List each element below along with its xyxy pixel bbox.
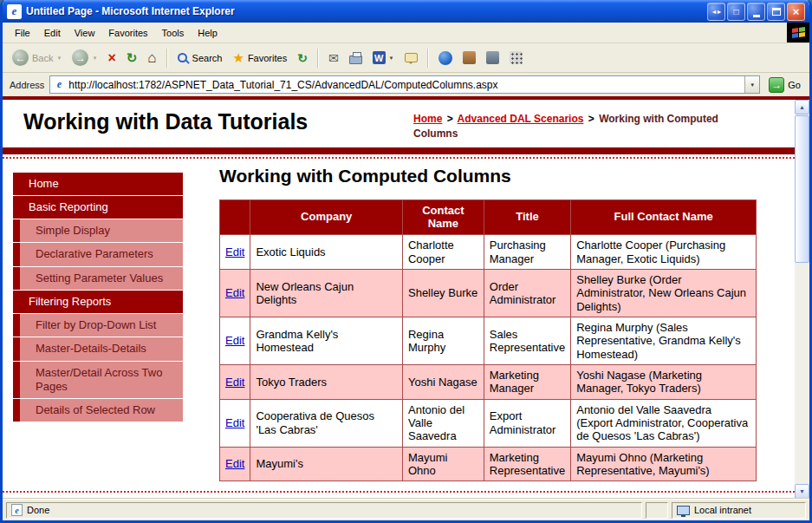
- menu-view[interactable]: View: [68, 23, 102, 42]
- plugin-icon-1: [463, 51, 476, 64]
- breadcrumb-section-link[interactable]: Advanced DAL Scenarios: [458, 113, 584, 125]
- breadcrumb-home-link[interactable]: Home: [413, 113, 442, 125]
- chevron-down-icon: ▼: [750, 82, 755, 88]
- search-label: Search: [192, 53, 223, 63]
- sidebar-item-details-of-selected-row[interactable]: Details of Selected Row: [13, 399, 183, 422]
- messenger-button[interactable]: [434, 49, 457, 68]
- home-button[interactable]: ⌂: [143, 48, 160, 68]
- address-bar: Address e http://localhost:1782/ASPNET_D…: [3, 73, 809, 96]
- cell-title: Export Administrator: [484, 399, 570, 447]
- grid-header-full-contact-name: Full Contact Name: [571, 199, 757, 235]
- cell-contact-name: Regina Murphy: [402, 317, 484, 365]
- cell-company: New Orleans Cajun Delights: [250, 270, 403, 317]
- plugin-icon-3: [510, 51, 523, 64]
- edit-page-button[interactable]: W ▼: [368, 49, 399, 67]
- cell-title: Purchasing Manager: [484, 235, 570, 270]
- sidebar-item-filter-by-drop-down-list[interactable]: Filter by Drop-Down List: [13, 314, 183, 337]
- site-header: Working with Data Tutorials Home > Advan…: [3, 100, 795, 147]
- go-arrow-icon: →: [769, 77, 784, 93]
- sidebar-item-master-detail-across-two-pages[interactable]: Master/Detail Across Two Pages: [13, 362, 183, 399]
- sidebar-item-setting-parameter-values[interactable]: Setting Parameter Values: [13, 267, 183, 290]
- address-input[interactable]: e http://localhost:1782/ASPNET_Data_Tuto…: [49, 75, 760, 94]
- back-button[interactable]: ← Back ▼: [8, 47, 66, 69]
- scroll-down-button[interactable]: ▼: [795, 484, 809, 499]
- cell-title: Marketing Representative: [484, 447, 570, 481]
- sidebar-item-basic-reporting[interactable]: Basic Reporting: [13, 196, 183, 219]
- page-favicon-icon: e: [53, 79, 65, 91]
- edit-link[interactable]: Edit: [225, 286, 244, 299]
- main-content: Working with Computed Columns Company Co…: [219, 159, 783, 482]
- windows-logo-throbber: [787, 23, 809, 42]
- cell-company: Grandma Kelly's Homestead: [250, 317, 403, 365]
- mail-button[interactable]: ✉: [324, 49, 343, 67]
- sidebar-item-master-details-details[interactable]: Master-Details-Details: [13, 337, 183, 360]
- breadcrumb: Home > Advanced DAL Scenarios > Working …: [413, 109, 760, 141]
- grid-header-title: Title: [484, 199, 570, 235]
- breadcrumb-separator: >: [588, 113, 594, 125]
- plugin-button-2[interactable]: [482, 49, 503, 67]
- address-label: Address: [10, 80, 44, 90]
- edit-link[interactable]: Edit: [225, 457, 244, 470]
- plugin-button-3[interactable]: [505, 49, 527, 67]
- minimize-button[interactable]: [747, 3, 765, 21]
- edit-link[interactable]: Edit: [225, 334, 244, 347]
- sidebar-item-declarative-parameters[interactable]: Declarative Parameters: [13, 243, 183, 265]
- sidebar-item-home[interactable]: Home: [13, 173, 183, 195]
- standard-buttons-toolbar: ← Back ▼ → ▼ × ↻ ⌂ Search ★ Favorites ↻ …: [3, 43, 809, 73]
- discuss-icon: [405, 53, 418, 62]
- pan-arrows-button[interactable]: ◄►: [707, 3, 725, 21]
- scroll-track[interactable]: [795, 264, 809, 484]
- scroll-up-button[interactable]: ▲: [795, 100, 809, 114]
- ie-logo-icon: e: [7, 4, 22, 19]
- grid-header-row: Company Contact Name Title Full Contact …: [220, 199, 757, 235]
- edit-link[interactable]: Edit: [225, 416, 244, 429]
- messenger-icon: [438, 51, 452, 65]
- window-box-button[interactable]: □: [727, 3, 745, 21]
- favorites-button[interactable]: ★ Favorites: [228, 49, 291, 67]
- address-dropdown-button[interactable]: ▼: [744, 76, 759, 93]
- breadcrumb-separator: >: [447, 113, 453, 125]
- table-row: Edit Tokyo Traders Yoshi Nagase Marketin…: [220, 365, 757, 400]
- stop-button[interactable]: ×: [103, 49, 120, 68]
- menu-file[interactable]: File: [8, 23, 37, 42]
- history-icon: ↻: [297, 52, 308, 64]
- word-icon: W: [373, 51, 386, 64]
- vertical-scrollbar[interactable]: ▲ ▼: [795, 100, 809, 499]
- search-icon: [178, 53, 187, 62]
- scroll-down-icon: ▼: [799, 488, 805, 494]
- edit-link[interactable]: Edit: [225, 376, 244, 389]
- menu-help[interactable]: Help: [191, 23, 224, 42]
- go-button[interactable]: → Go: [765, 77, 804, 93]
- scroll-thumb[interactable]: [795, 115, 809, 263]
- forward-dropdown-icon: ▼: [92, 56, 97, 61]
- close-button[interactable]: ×: [787, 3, 805, 21]
- print-button[interactable]: [345, 49, 367, 67]
- go-label: Go: [788, 80, 801, 90]
- cell-full-contact-name: Charlotte Cooper (Purchasing Manager, Ex…: [571, 235, 757, 270]
- history-button[interactable]: ↻: [293, 49, 312, 67]
- page-body: Home Basic Reporting Simple Display Decl…: [3, 159, 795, 491]
- cell-company: Exotic Liquids: [250, 235, 403, 270]
- table-row: Edit New Orleans Cajun Delights Shelley …: [220, 270, 757, 317]
- toolbar-separator: [427, 49, 429, 68]
- cell-contact-name: Mayumi Ohno: [402, 447, 484, 481]
- grid-header-edit: [220, 199, 250, 235]
- plugin-button-1[interactable]: [458, 49, 480, 67]
- discuss-button[interactable]: [400, 50, 422, 65]
- page-title: Working with Computed Columns: [219, 166, 783, 186]
- sidebar-item-filtering-reports[interactable]: Filtering Reports: [13, 291, 183, 313]
- refresh-button[interactable]: ↻: [122, 49, 142, 67]
- back-dropdown-icon: ▼: [56, 56, 62, 61]
- menu-edit[interactable]: Edit: [37, 23, 68, 42]
- home-icon: ⌂: [147, 50, 156, 65]
- cell-contact-name: Charlotte Cooper: [402, 235, 484, 270]
- edit-link[interactable]: Edit: [225, 245, 244, 258]
- forward-button[interactable]: → ▼: [68, 47, 101, 69]
- cell-full-contact-name: Shelley Burke (Order Administrator, New …: [571, 270, 757, 317]
- search-button[interactable]: Search: [173, 50, 227, 66]
- menu-favorites[interactable]: Favorites: [101, 23, 154, 42]
- sidebar-item-simple-display[interactable]: Simple Display: [13, 219, 183, 242]
- cell-full-contact-name: Regina Murphy (Sales Representative, Gra…: [571, 317, 757, 365]
- maximize-button[interactable]: [767, 3, 785, 21]
- menu-tools[interactable]: Tools: [155, 23, 192, 42]
